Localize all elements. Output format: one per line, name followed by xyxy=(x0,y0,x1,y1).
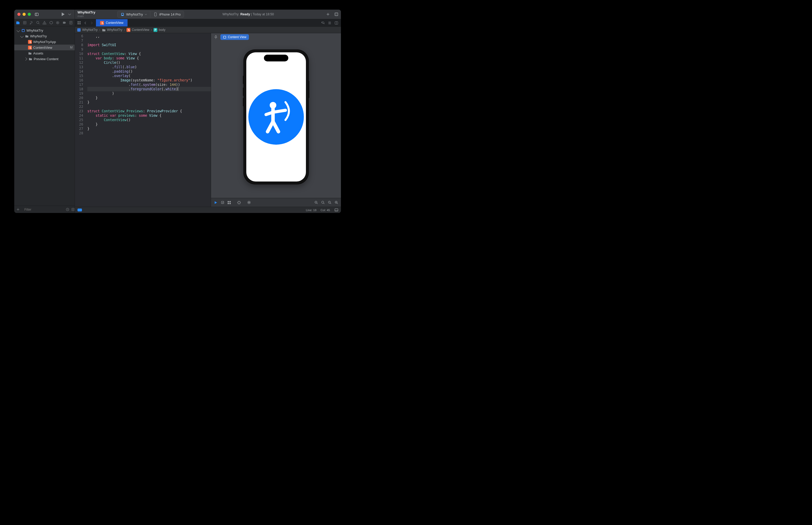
folder-row[interactable]: WhyNotTry xyxy=(14,33,75,39)
svg-point-18 xyxy=(57,22,58,23)
find-navigator-icon[interactable] xyxy=(36,20,40,25)
source-control-navigator-icon[interactable] xyxy=(22,20,27,25)
selectable-preview-icon[interactable] xyxy=(220,200,225,205)
scheme-target-button[interactable]: WhyNotTry xyxy=(117,11,151,18)
toggle-debug-area-icon[interactable] xyxy=(334,208,338,212)
editor-options-icon[interactable] xyxy=(327,21,332,25)
svg-rect-4 xyxy=(154,13,157,16)
preview-content-row[interactable]: Preview Content xyxy=(14,56,75,62)
svg-rect-8 xyxy=(336,13,338,16)
canvas-body[interactable] xyxy=(211,41,341,198)
jump-bar[interactable]: WhyNotTry › WhyNotTry › ContentView › P … xyxy=(75,27,341,33)
zoom-fit-icon[interactable] xyxy=(321,200,325,205)
device-settings-icon[interactable] xyxy=(237,200,241,205)
svg-point-13 xyxy=(36,21,39,23)
report-navigator-icon[interactable] xyxy=(69,20,73,25)
related-items-icon[interactable] xyxy=(77,21,81,25)
cursor-col: Col: 45 xyxy=(321,209,330,212)
svg-point-12 xyxy=(30,24,31,24)
jumpbar-project[interactable]: WhyNotTry xyxy=(77,28,98,32)
svg-point-61 xyxy=(248,202,249,203)
jumpbar-symbol[interactable]: P body xyxy=(153,28,165,32)
breakpoint-navigator-icon[interactable] xyxy=(62,20,67,25)
svg-line-73 xyxy=(337,203,338,204)
pin-preview-icon[interactable] xyxy=(214,35,218,39)
refresh-icon[interactable] xyxy=(321,21,325,25)
main-area: ContentView WhyNotTry › WhyNotTry xyxy=(75,19,341,213)
jumpbar-folder[interactable]: WhyNotTry xyxy=(102,28,123,32)
zoom-actual-icon[interactable]: 1 xyxy=(327,200,332,205)
navigator-tree[interactable]: WhyNotTry WhyNotTry WhyNotTryApp Content… xyxy=(14,27,75,206)
swift-file-icon xyxy=(28,46,32,49)
svg-rect-46 xyxy=(126,28,131,32)
scheme-device-button[interactable]: iPhone 14 Pro xyxy=(150,11,184,18)
svg-rect-36 xyxy=(79,21,81,22)
minimize-window-button[interactable] xyxy=(22,13,26,16)
device-frame xyxy=(244,49,308,184)
live-preview-icon[interactable] xyxy=(214,200,218,205)
add-button[interactable] xyxy=(326,12,330,16)
project-name: WhyNotTry xyxy=(77,11,95,15)
tab-bar-left xyxy=(75,19,96,27)
folder-icon xyxy=(29,57,32,61)
toggle-navigator-icon[interactable] xyxy=(34,12,39,16)
swift-file-row-selected[interactable]: ContentView M xyxy=(14,45,75,50)
recent-filter-icon[interactable] xyxy=(66,208,69,212)
close-window-button[interactable] xyxy=(17,13,20,16)
project-row[interactable]: WhyNotTry xyxy=(14,28,75,33)
filter-input[interactable] xyxy=(24,208,64,212)
editor-tab-active[interactable]: ContentView xyxy=(96,19,128,27)
svg-rect-26 xyxy=(28,46,32,49)
zoom-out-icon[interactable] xyxy=(314,200,318,205)
preview-icon xyxy=(223,35,226,39)
svg-line-69 xyxy=(330,203,331,204)
zoom-in-icon[interactable] xyxy=(334,200,338,205)
debug-navigator-icon[interactable] xyxy=(56,20,60,25)
add-file-icon[interactable] xyxy=(16,208,20,212)
symbol-navigator-icon[interactable] xyxy=(29,20,33,25)
xcode-window: WhyNotTry main WhyNotTry iPhone 14 Pro W… xyxy=(14,9,341,213)
run-menu-chevron[interactable] xyxy=(68,13,72,16)
svg-rect-45 xyxy=(77,28,81,32)
svg-rect-3 xyxy=(122,13,123,15)
project-navigator-icon[interactable] xyxy=(16,20,20,25)
preview-selector[interactable]: Content View xyxy=(220,34,249,40)
forward-button[interactable] xyxy=(89,21,94,25)
svg-rect-53 xyxy=(228,201,229,202)
scheme-target-label: WhyNotTry xyxy=(126,13,143,16)
add-editor-icon[interactable] xyxy=(334,21,338,25)
source-editor[interactable]: 6789101112131415161718192021222324252627… xyxy=(75,33,211,207)
debug-breakpoint-toggle[interactable] xyxy=(77,209,82,211)
swift-file-row[interactable]: WhyNotTryApp xyxy=(14,39,75,45)
variants-icon[interactable] xyxy=(227,200,231,205)
code-area[interactable]: ,,import SwiftUIstruct ContentView: View… xyxy=(86,33,211,207)
jumpbar-file[interactable]: ContentView xyxy=(126,28,149,32)
swift-file-icon xyxy=(28,40,32,44)
test-navigator-icon[interactable] xyxy=(49,20,53,25)
issue-navigator-icon[interactable] xyxy=(42,20,47,25)
canvas-toolbar-bottom: 1 xyxy=(211,198,341,207)
activity-status[interactable]: WhyNotTry: Ready | Today at 18:50 xyxy=(223,13,274,16)
titlebar-left xyxy=(14,10,75,19)
preview-canvas: Content View xyxy=(211,33,341,207)
preview-providers-icon[interactable] xyxy=(247,200,251,205)
dynamic-island xyxy=(264,55,288,61)
svg-rect-25 xyxy=(28,40,32,44)
svg-text:1: 1 xyxy=(329,201,330,203)
scm-filter-icon[interactable] xyxy=(71,208,75,212)
svg-line-64 xyxy=(317,203,317,204)
assets-icon xyxy=(28,51,32,55)
canvas-toolbar-top: Content View xyxy=(211,33,341,41)
navigator-filter xyxy=(14,206,75,213)
zoom-window-button[interactable] xyxy=(28,13,31,16)
editor-tab-label: ContentView xyxy=(106,21,123,25)
swift-file-icon xyxy=(100,21,104,25)
library-button[interactable] xyxy=(334,12,338,16)
back-button[interactable] xyxy=(83,21,87,25)
svg-rect-49 xyxy=(224,36,226,38)
svg-rect-37 xyxy=(77,23,79,25)
run-button[interactable] xyxy=(62,13,64,16)
assets-row[interactable]: Assets xyxy=(14,50,75,56)
svg-rect-74 xyxy=(335,209,338,211)
project-info[interactable]: WhyNotTry main xyxy=(77,11,95,18)
